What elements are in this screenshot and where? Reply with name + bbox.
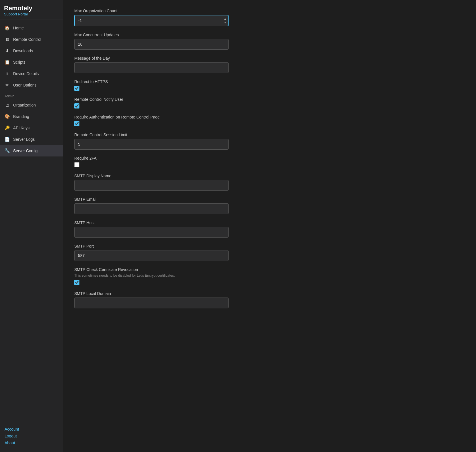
message-of-day-group: Message of the Day <box>74 56 465 73</box>
scripts-icon: 📋 <box>5 60 10 65</box>
max-org-count-input[interactable] <box>74 15 229 26</box>
message-of-day-input[interactable] <box>74 62 229 73</box>
smtp-check-cert-group: SMTP Check Certificate Revocation This s… <box>74 267 465 285</box>
redirect-https-checkbox-group <box>74 86 465 91</box>
redirect-https-group: Redirect to HTTPS <box>74 79 465 91</box>
monitor-icon: 🖥 <box>5 37 10 42</box>
rc-session-limit-label: Remote Control Session Limit <box>74 132 465 137</box>
sidebar-item-branding[interactable]: 🎨 Branding <box>0 111 63 122</box>
smtp-email-label: SMTP Email <box>74 197 465 202</box>
require-auth-checkbox-group <box>74 121 465 126</box>
smtp-display-name-group: SMTP Display Name <box>74 174 465 191</box>
sidebar-item-server-config[interactable]: 🔧 Server Config <box>0 145 63 156</box>
smtp-port-label: SMTP Port <box>74 244 465 248</box>
pencil-icon: ✏ <box>5 83 10 88</box>
rc-notify-checkbox[interactable] <box>74 103 79 109</box>
home-icon: 🏠 <box>5 25 10 31</box>
sidebar-header: Remotely Support Portal <box>0 0 63 19</box>
sidebar-item-home-label: Home <box>13 26 24 30</box>
sidebar-item-remote-control[interactable]: 🖥 Remote Control <box>0 34 63 45</box>
logs-icon: 📄 <box>5 137 10 142</box>
smtp-check-cert-checkbox-group <box>74 280 465 285</box>
sidebar-item-server-config-label: Server Config <box>13 148 38 153</box>
sidebar-item-device-details-label: Device Details <box>13 71 39 76</box>
max-concurrent-updates-group: Max Concurrent Updates <box>74 33 465 50</box>
sidebar: Remotely Support Portal 🏠 Home 🖥 Remote … <box>0 0 63 452</box>
organization-icon: 🗂 <box>5 103 10 108</box>
smtp-local-domain-label: SMTP Local Domain <box>74 291 465 296</box>
message-of-day-label: Message of the Day <box>74 56 465 61</box>
sidebar-item-user-options[interactable]: ✏ User Options <box>0 79 63 91</box>
max-org-count-label: Max Organization Count <box>74 9 465 13</box>
require-auth-checkbox[interactable] <box>74 121 79 126</box>
require-2fa-checkbox-group <box>74 162 465 167</box>
smtp-email-group: SMTP Email <box>74 197 465 214</box>
max-org-count-wrapper: ▲ ▼ <box>74 15 229 26</box>
max-org-count-down[interactable]: ▼ <box>223 21 227 24</box>
max-org-count-group: Max Organization Count ▲ ▼ <box>74 9 465 26</box>
require-2fa-label: Require 2FA <box>74 156 465 160</box>
rc-session-limit-input[interactable] <box>74 139 229 150</box>
require-2fa-group: Require 2FA <box>74 156 465 167</box>
info-icon: ℹ <box>5 71 10 76</box>
sidebar-item-server-logs[interactable]: 📄 Server Logs <box>0 134 63 145</box>
smtp-check-cert-label: SMTP Check Certificate Revocation <box>74 267 465 272</box>
sidebar-item-user-options-label: User Options <box>13 83 37 87</box>
sidebar-item-api-keys-label: API Keys <box>13 126 30 130</box>
smtp-display-name-label: SMTP Display Name <box>74 174 465 178</box>
main-content: Max Organization Count ▲ ▼ Max Concurren… <box>63 0 476 452</box>
smtp-display-name-input[interactable] <box>74 180 229 191</box>
sidebar-item-organization-label: Organization <box>13 103 36 107</box>
redirect-https-checkbox[interactable] <box>74 86 79 91</box>
sidebar-item-branding-label: Branding <box>13 114 29 119</box>
smtp-check-cert-checkbox[interactable] <box>74 280 79 285</box>
max-org-count-arrows: ▲ ▼ <box>223 17 227 24</box>
app-subtitle: Support Portal <box>4 12 59 16</box>
sidebar-nav: 🏠 Home 🖥 Remote Control ⬇ Downloads 📋 Sc… <box>0 19 63 422</box>
sidebar-footer: Account Logout About <box>0 422 63 452</box>
max-concurrent-updates-input[interactable] <box>74 39 229 50</box>
require-2fa-checkbox[interactable] <box>74 162 79 167</box>
sidebar-item-downloads-label: Downloads <box>13 49 33 53</box>
sidebar-item-device-details[interactable]: ℹ Device Details <box>0 68 63 79</box>
require-auth-label: Require Authentication on Remote Control… <box>74 115 465 119</box>
smtp-local-domain-group: SMTP Local Domain <box>74 291 465 308</box>
sidebar-item-api-keys[interactable]: 🔑 API Keys <box>0 122 63 134</box>
app-title: Remotely <box>4 5 59 12</box>
smtp-local-domain-input[interactable] <box>74 298 229 308</box>
rc-notify-checkbox-group <box>74 103 465 109</box>
rc-session-limit-group: Remote Control Session Limit <box>74 132 465 150</box>
download-icon: ⬇ <box>5 48 10 53</box>
about-link[interactable]: About <box>5 439 58 446</box>
max-org-count-up[interactable]: ▲ <box>223 17 227 21</box>
sidebar-item-server-logs-label: Server Logs <box>13 137 35 142</box>
admin-section-label: Admin <box>0 91 63 99</box>
sidebar-item-remote-control-label: Remote Control <box>13 37 41 42</box>
sidebar-item-organization[interactable]: 🗂 Organization <box>0 99 63 111</box>
wrench-icon: 🔧 <box>5 148 10 153</box>
smtp-host-label: SMTP Host <box>74 220 465 225</box>
require-auth-group: Require Authentication on Remote Control… <box>74 115 465 126</box>
logout-link[interactable]: Logout <box>5 433 58 439</box>
rc-notify-group: Remote Control Notify User <box>74 97 465 109</box>
redirect-https-label: Redirect to HTTPS <box>74 79 465 84</box>
sidebar-item-downloads[interactable]: ⬇ Downloads <box>0 45 63 57</box>
smtp-host-input[interactable] <box>74 227 229 238</box>
max-concurrent-updates-label: Max Concurrent Updates <box>74 33 465 37</box>
smtp-port-group: SMTP Port <box>74 244 465 261</box>
sidebar-item-scripts-label: Scripts <box>13 60 25 65</box>
account-link[interactable]: Account <box>5 426 58 433</box>
rc-notify-label: Remote Control Notify User <box>74 97 465 102</box>
smtp-port-input[interactable] <box>74 250 229 261</box>
key-icon: 🔑 <box>5 125 10 130</box>
smtp-check-cert-hint: This sometimes needs to be disabled for … <box>74 274 465 278</box>
smtp-email-input[interactable] <box>74 203 229 214</box>
sidebar-item-home[interactable]: 🏠 Home <box>0 22 63 34</box>
smtp-host-group: SMTP Host <box>74 220 465 238</box>
branding-icon: 🎨 <box>5 114 10 119</box>
sidebar-item-scripts[interactable]: 📋 Scripts <box>0 57 63 68</box>
